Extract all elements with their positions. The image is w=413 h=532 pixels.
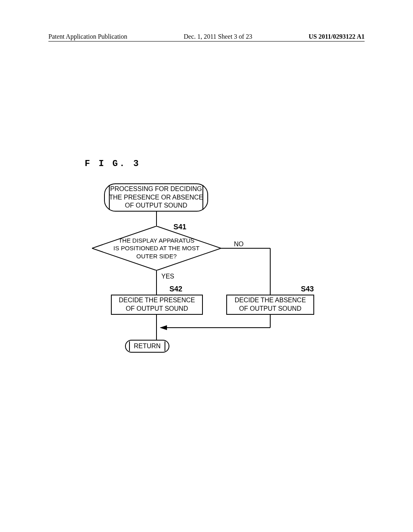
process-s43: DECIDE THE ABSENCE OF OUTPUT SOUND [226, 295, 314, 315]
decision-line2: IS POSITIONED AT THE MOST [113, 244, 199, 252]
branch-no: NO [234, 241, 244, 248]
flow-connectors [0, 183, 413, 361]
s42-line1: DECIDE THE PRESENCE [119, 296, 195, 305]
decision-node: THE DISPLAY APPARATUS IS POSITIONED AT T… [92, 226, 221, 270]
s43-line1: DECIDE THE ABSENCE [235, 296, 306, 305]
flow-return-terminator: RETURN [125, 340, 169, 353]
s43-line2: OF OUTPUT SOUND [239, 305, 301, 313]
process-s42: DECIDE THE PRESENCE OF OUTPUT SOUND [111, 295, 203, 315]
flow-start-terminator: PROCESSING FOR DECIDING THE PRESENCE OR … [104, 183, 208, 212]
terminator-inner-lines [129, 341, 165, 351]
step-label-s43: S43 [301, 285, 314, 293]
header-rule [48, 41, 365, 42]
page-header: Patent Application Publication Dec. 1, 2… [0, 33, 413, 40]
decision-line3: OUTER SIDE? [136, 252, 177, 260]
decision-line1: THE DISPLAY APPARATUS [119, 237, 194, 245]
header-pub-number: US 2011/0293122 A1 [309, 33, 365, 40]
step-label-s42: S42 [169, 285, 182, 293]
header-sheet-info: Dec. 1, 2011 Sheet 3 of 23 [184, 33, 252, 40]
s42-line2: OF OUTPUT SOUND [126, 305, 188, 313]
step-label-s41: S41 [173, 223, 186, 231]
header-publication: Patent Application Publication [48, 33, 127, 40]
decision-text: THE DISPLAY APPARATUS IS POSITIONED AT T… [92, 226, 221, 270]
figure-label: F I G. 3 [85, 159, 140, 169]
terminator-inner-lines [109, 185, 203, 210]
branch-yes: YES [161, 273, 174, 280]
